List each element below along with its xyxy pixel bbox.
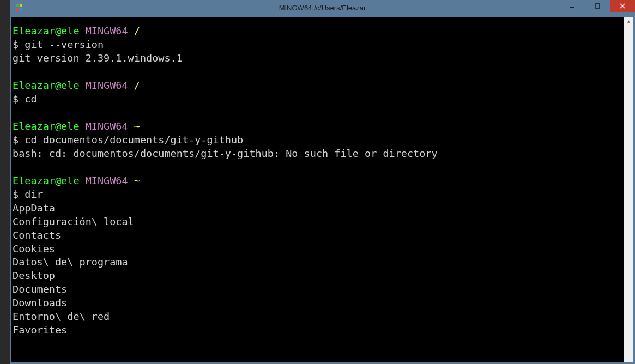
prompt-host: MINGW64 <box>86 80 128 91</box>
prompt-path: / <box>134 80 140 91</box>
titlebar[interactable]: MINGW64:/c/Users/Eleazar <box>10 0 635 15</box>
prompt-user: Eleazar@ele <box>13 120 80 132</box>
minimize-button[interactable] <box>560 0 585 12</box>
output-line: Cookies <box>13 243 55 254</box>
app-icon <box>14 3 24 13</box>
output-line: Configuración\ local <box>13 216 134 227</box>
output-line: Downloads <box>13 297 67 308</box>
output-line: Contacts <box>13 229 61 241</box>
window-title: MINGW64:/c/Users/Eleazar <box>279 4 366 12</box>
left-sidebar <box>0 0 10 364</box>
prompt-dollar: $ <box>13 39 25 50</box>
prompt-host: MINGW64 <box>86 25 128 37</box>
output-line: Entorno\ de\ red <box>13 311 110 322</box>
prompt-user: Eleazar@ele <box>13 80 80 91</box>
prompt-path: / <box>134 25 140 37</box>
command-text: dir <box>25 189 43 200</box>
output-line: Documents <box>13 283 67 295</box>
output-line: git version 2.39.1.windows.1 <box>13 52 183 64</box>
terminal-container: Eleazar@ele MINGW64 / $ git --version gi… <box>10 15 635 364</box>
command-text: cd documentos/documents/git-y-github <box>25 134 243 145</box>
vertical-scrollbar[interactable]: ▲ <box>624 17 633 362</box>
prompt-dollar: $ <box>13 134 25 145</box>
prompt-user: Eleazar@ele <box>13 175 80 186</box>
svg-rect-0 <box>16 4 19 7</box>
svg-rect-1 <box>20 4 22 7</box>
output-line: Desktop <box>13 270 55 281</box>
terminal-output[interactable]: Eleazar@ele MINGW64 / $ git --version gi… <box>11 17 624 362</box>
maximize-button[interactable] <box>585 0 610 12</box>
prompt-user: Eleazar@ele <box>13 25 80 37</box>
terminal-window: MINGW64:/c/Users/Eleazar Eleazar@ele MIN… <box>10 0 635 364</box>
output-line: Favorites <box>13 324 67 336</box>
command-text: cd <box>25 93 37 105</box>
prompt-dollar: $ <box>13 189 25 200</box>
svg-rect-5 <box>595 4 600 8</box>
command-text: git --version <box>25 39 104 50</box>
scrollbar-track[interactable] <box>624 26 633 362</box>
svg-rect-2 <box>16 8 19 11</box>
prompt-dollar: $ <box>13 93 25 105</box>
svg-rect-3 <box>20 8 22 11</box>
prompt-path: ~ <box>134 175 140 186</box>
scrollbar-up-arrow-icon[interactable]: ▲ <box>624 17 633 26</box>
close-button[interactable] <box>610 0 635 12</box>
output-line: AppData <box>13 202 55 214</box>
prompt-path: ~ <box>134 120 140 132</box>
window-controls <box>560 0 635 12</box>
prompt-host: MINGW64 <box>86 120 128 132</box>
output-line: Datos\ de\ programa <box>13 256 128 268</box>
prompt-host: MINGW64 <box>86 175 128 186</box>
output-line: bash: cd: documentos/documents/git-y-git… <box>13 148 438 159</box>
